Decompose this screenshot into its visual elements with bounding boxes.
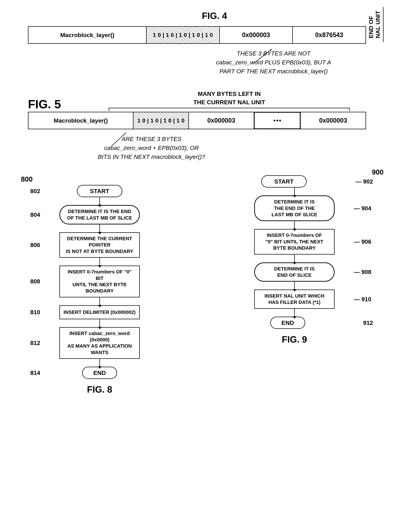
fig8-start: START	[77, 185, 122, 197]
fig8-arrow-5	[99, 319, 100, 327]
fig9-node-910: INSERT NAL UNIT WHICHHAS FILLER DATA (*1…	[254, 290, 335, 309]
fig8-label-802: 802	[21, 188, 42, 195]
fig8-node-810: INSERT DELIMITER (0x000002)	[59, 305, 140, 319]
fig8-node-812-row: 812 INSERT cabac_zero_word (0x0000)AS MA…	[21, 327, 178, 359]
flowcharts-section: 800 802 START 804 DETER	[14, 175, 380, 395]
fig9-label-904: — 904	[352, 205, 373, 212]
fig5-macroblock: Macroblock_layer()	[28, 112, 134, 129]
fig9-node-908: DETERMINE IT ISEND OF SLICE	[254, 262, 335, 282]
fig8-end: END	[82, 367, 117, 379]
fig9-arrow-5	[294, 309, 295, 317]
fig8-node-806-row: 806 DETERMINE THE CURRENT POINTERIS NOT …	[21, 232, 178, 258]
fig9-node-906: INSERT 0-7numbers OF"0" BIT UNTIL THE NE…	[254, 229, 335, 254]
fig9-node-904-row: DETERMINE IT ISTHE END OF THELAST MB OF …	[216, 195, 373, 221]
fig9-arrow-1	[294, 187, 295, 195]
fig8-label-814: 814	[21, 369, 42, 376]
fig4-diagram: Macroblock_layer() 1 0 | 1 0 | 1 0 | 1 0…	[28, 26, 366, 44]
fig8-node-808: INSERT 0-7numbers OF "0" BITUNTIL THE NE…	[59, 266, 140, 298]
svg-line-0	[254, 49, 272, 63]
fig9-label-906: — 906	[352, 238, 373, 245]
fig8-node-802-row: 802 START	[21, 185, 178, 197]
fig5-hex2: 0x000003	[300, 112, 366, 129]
fig4-hex2: 0x876543	[293, 27, 366, 43]
fig5-title: FIG. 5	[28, 97, 61, 111]
fig9-node-902-row: START — 902 900	[216, 175, 373, 187]
fig9-label-910: — 910	[352, 296, 373, 303]
fig4-hex1: 0x000003	[220, 27, 293, 43]
fig8-arrow-3	[99, 258, 100, 266]
fig8-node-808-row: 808 INSERT 0-7numbers OF "0" BITUNTIL TH…	[21, 266, 178, 298]
fig4-bits: 1 0 | 1 0 | 1 0 | 1 0 | 1 0	[147, 27, 220, 43]
fig4-title: FIG. 4	[49, 11, 380, 21]
fig5-section: FIG. 5 MANY BYTES LEFT IN THE CURRENT NA…	[14, 90, 380, 161]
fig9-node-912-row: END 912	[216, 317, 373, 329]
fig9-label-912: 912	[363, 319, 373, 326]
page: END OFNAL UNIT FIG. 4 Macroblock_layer()…	[0, 0, 394, 532]
fig9-label-902: — 902	[356, 178, 373, 185]
fig8-node-810-row: 810 INSERT DELIMITER (0x000002)	[21, 305, 178, 319]
fig8-node-804: DETERMINE IT IS THE ENDOF THE LAST MB OF…	[59, 205, 140, 224]
fig8-node-804-row: 804 DETERMINE IT IS THE ENDOF THE LAST M…	[21, 205, 178, 224]
fig9-node-908-row: DETERMINE IT ISEND OF SLICE — 908	[216, 262, 373, 282]
fig8-arrow-4	[99, 298, 100, 305]
fig8-label-804: 804	[21, 211, 42, 218]
fig9-end: END	[270, 317, 305, 329]
fig8-label-806: 806	[21, 242, 42, 248]
fig5-dots	[254, 112, 300, 129]
fig5-hex1: 0x000003	[189, 112, 254, 129]
fig8-node-814-row: 814 END	[21, 367, 178, 379]
fig8-arrow-1	[99, 197, 100, 205]
fig9-flowchart: START — 902 900 DETERMINE IT ISTHE END O…	[216, 175, 373, 395]
fig9-arrow-3	[294, 255, 295, 262]
fig8-flowchart: 800 802 START 804 DETER	[21, 175, 178, 395]
fig9-node-910-row: INSERT NAL UNIT WHICHHAS FILLER DATA (*1…	[216, 290, 373, 309]
end-of-nal-label: END OFNAL UNIT	[368, 7, 384, 42]
fig9-label-908: — 908	[352, 269, 373, 275]
fig9-arrow-2	[294, 221, 295, 229]
fig8-label-808: 808	[21, 278, 42, 285]
fig8-label: FIG. 8	[21, 384, 178, 395]
fig8-number: 800	[21, 175, 178, 183]
svg-marker-3	[124, 133, 126, 135]
fig8-node-812: INSERT cabac_zero_word (0x0000)AS MANY A…	[59, 327, 140, 359]
fig9-arrow-4	[294, 282, 295, 290]
fig9-start: START	[261, 175, 307, 187]
fig8-node-806: DETERMINE THE CURRENT POINTERIS NOT AT B…	[59, 232, 140, 258]
fig9-number: 900	[372, 168, 384, 176]
fig8-arrow-6	[99, 359, 100, 367]
svg-line-2	[112, 133, 126, 146]
fig5-bits: 1 0 | 1 0 | 1 0 | 1 0	[134, 112, 189, 129]
fig9-node-906-row: INSERT 0-7numbers OF"0" BIT UNTIL THE NE…	[216, 229, 373, 254]
fig4-macroblock: Macroblock_layer()	[28, 27, 147, 43]
fig8-label-810: 810	[21, 309, 42, 316]
fig9-label: FIG. 9	[216, 334, 373, 345]
fig8-arrow-2	[99, 224, 100, 232]
fig8-label-812: 812	[21, 340, 42, 346]
fig5-diagram: Macroblock_layer() 1 0 | 1 0 | 1 0 | 1 0…	[28, 112, 366, 129]
fig9-node-904: DETERMINE IT ISTHE END OF THELAST MB OF …	[254, 195, 335, 221]
fig5-many-bytes: MANY BYTES LEFT IN THE CURRENT NAL UNIT	[78, 90, 380, 106]
